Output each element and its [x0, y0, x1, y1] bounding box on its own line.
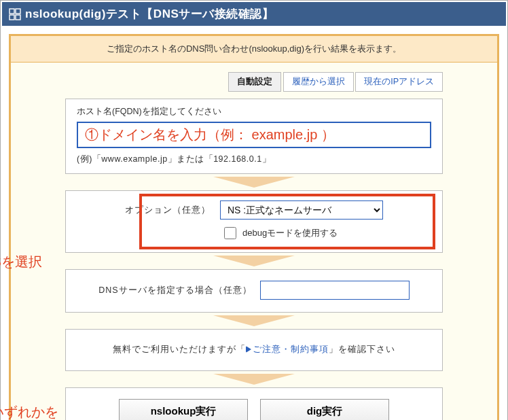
content-area: 自動設定 履歴から選択 現在のIPアドレス ホスト名(FQDN)を指定してくださ… — [11, 63, 497, 420]
notice-panel: 無料でご利用いただけますが「ご注意・制約事項」を確認下さい — [65, 329, 443, 371]
grid-icon — [9, 8, 21, 20]
run-panel: nslookup実行 dig実行 — [65, 387, 443, 420]
arrow-icon — [213, 315, 295, 326]
host-example: (例)「www.example.jp」または「192.168.0.1」 — [77, 154, 431, 165]
arrow-icon — [213, 374, 295, 385]
main-frame: ご指定のホスト名のDNS問い合わせ(nslookup,dig)を行い結果を表示ま… — [9, 34, 499, 420]
debug-label: debugモードを使用する — [242, 227, 338, 239]
record-type-select[interactable]: NS :正式なネームサーバ — [220, 200, 383, 220]
notice-prefix: 無料でご利用いただけますが「 — [113, 344, 246, 354]
title-bar: nslookup(dig)テスト【DNSサーバ接続確認】 — [2, 2, 506, 26]
svg-rect-1 — [16, 9, 20, 14]
tab-history[interactable]: 履歴から選択 — [283, 72, 354, 92]
input-mode-tabs: 自動設定 履歴から選択 現在のIPアドレス — [65, 72, 443, 92]
host-panel: ホスト名(FQDN)を指定してください (例)「www.example.jp」ま… — [65, 99, 443, 174]
notice-link[interactable]: ご注意・制約事項 — [253, 344, 329, 354]
option-label: オプション（任意） — [125, 200, 211, 216]
dig-button[interactable]: dig実行 — [260, 399, 389, 420]
debug-checkbox-row[interactable]: debugモードを使用する — [221, 225, 338, 241]
svg-rect-2 — [10, 15, 14, 20]
page-title: nslookup(dig)テスト【DNSサーバ接続確認】 — [25, 6, 274, 22]
dns-label: DNSサーバを指定する場合（任意） — [98, 285, 251, 296]
nslookup-button[interactable]: nslookup実行 — [119, 399, 248, 420]
notice-suffix: 」を確認下さい — [329, 344, 395, 354]
dns-panel: DNSサーバを指定する場合（任意） — [65, 269, 443, 313]
annotation-run-1: ③いずれかを — [0, 403, 58, 420]
play-icon — [246, 346, 251, 353]
svg-rect-0 — [10, 9, 14, 14]
arrow-icon — [213, 177, 295, 188]
option-panel: オプション（任意） NS :正式なネームサーバ debugモードを使用する — [65, 190, 443, 253]
tab-current-ip[interactable]: 現在のIPアドレス — [355, 72, 443, 92]
host-label: ホスト名(FQDN)を指定してください — [77, 106, 431, 118]
svg-rect-3 — [16, 15, 20, 20]
arrow-icon — [213, 256, 295, 266]
intro-text: ご指定のホスト名のDNS問い合わせ(nslookup,dig)を行い結果を表示ま… — [11, 36, 497, 63]
annotation-select-ns: ②NSを選択 — [0, 253, 42, 270]
dns-server-input[interactable] — [260, 281, 410, 300]
tab-auto[interactable]: 自動設定 — [228, 72, 281, 92]
debug-checkbox[interactable] — [224, 227, 236, 239]
app-window: nslookup(dig)テスト【DNSサーバ接続確認】 ご指定のホスト名のDN… — [0, 0, 508, 420]
host-input[interactable] — [77, 122, 431, 148]
